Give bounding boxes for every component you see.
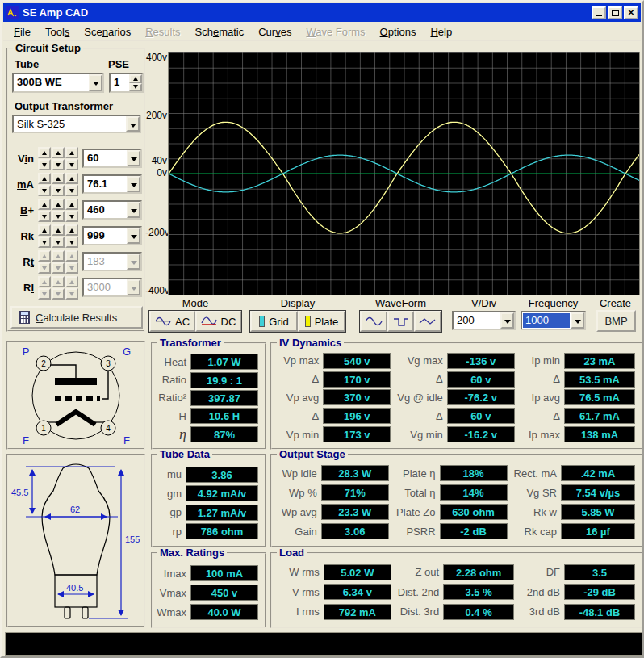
frequency-label: Frequency — [521, 297, 586, 309]
plate-display-button[interactable]: Plate — [298, 311, 345, 332]
menu-schematic[interactable]: Schematic — [188, 23, 252, 40]
tube-dropdown-button[interactable] — [89, 74, 102, 91]
create-bmp-button[interactable]: BMP — [596, 310, 636, 332]
result-label: Rk cap — [514, 526, 557, 538]
status-bar — [5, 632, 642, 656]
app-icon — [6, 6, 19, 19]
result-row: W rms5.02 W — [277, 564, 391, 580]
vin-select[interactable]: 60 — [82, 149, 142, 168]
dropdown-button[interactable] — [127, 176, 140, 192]
delta-ip-top-value: 53.5 mA — [564, 371, 635, 388]
result-label: gp — [157, 506, 182, 518]
triangle-wave-button[interactable] — [414, 311, 441, 332]
rl-select: 3000 — [82, 278, 142, 297]
ma-spinners[interactable] — [38, 173, 78, 196]
result-row: Vg min-16.2 v — [397, 426, 515, 442]
chevron-down-icon — [131, 287, 137, 294]
sine-wave-button[interactable] — [360, 311, 387, 332]
menu-curves[interactable]: Curves — [251, 23, 299, 40]
result-row: Ratio²397.87 — [157, 390, 258, 406]
transformer-dropdown-button[interactable] — [126, 116, 140, 132]
bplus-value: 460 — [84, 202, 127, 218]
pse-spinner[interactable]: 1 — [109, 73, 144, 93]
result-row: Vmax450 v — [157, 585, 258, 601]
bplus-row: B+ 460 — [10, 199, 145, 222]
rl-label: Rl — [10, 282, 34, 294]
ac-mode-button[interactable]: AC — [149, 311, 195, 332]
result-label: mu — [157, 468, 182, 480]
grid-button-label: Grid — [269, 316, 289, 328]
load-panel: Load W rms5.02 W V rms6.34 v I rms792 mA… — [270, 552, 643, 628]
create-label: Create — [593, 297, 638, 309]
dc-mode-button[interactable]: DC — [195, 311, 241, 332]
tube-dimensions-box: 45.5 62 155 40.5 — [6, 454, 145, 627]
dropdown-button[interactable] — [127, 228, 140, 244]
rk-select[interactable]: 999 — [82, 226, 142, 245]
menu-scenarios[interactable]: Scenarios — [77, 23, 138, 40]
maximize-icon — [612, 10, 619, 16]
vin-label: Vin — [10, 153, 34, 165]
result-label: PSRR — [395, 526, 436, 538]
frequency-select[interactable]: 1000 — [521, 311, 586, 330]
pse-down-button[interactable] — [129, 83, 142, 92]
pse-up-button[interactable] — [129, 74, 142, 83]
pin-number: 1 — [41, 424, 46, 433]
menu-tools[interactable]: Tools — [38, 23, 77, 40]
vdiv-dropdown-button[interactable] — [500, 312, 514, 329]
mode-button-group: AC DC — [148, 310, 242, 333]
result-label: Δ — [521, 373, 560, 385]
maximize-button[interactable] — [608, 6, 622, 19]
frequency-value: 1000 — [523, 313, 570, 328]
bplus-select[interactable]: 460 — [82, 200, 142, 220]
wp-avg-value: 23.3 W — [321, 504, 389, 520]
rt-row: Rt 183 — [10, 250, 145, 274]
y-tick-label: 200v — [145, 110, 167, 121]
tube-select[interactable]: 300B WE — [12, 73, 104, 93]
result-row: PSRR-2 dB — [395, 523, 508, 539]
menu-options[interactable]: Options — [373, 23, 424, 40]
mu-value: 3.86 — [186, 467, 258, 483]
window-controls: ✕ — [592, 6, 638, 19]
vin-spinners[interactable] — [38, 147, 78, 170]
menu-file[interactable]: File — [6, 23, 38, 40]
df-value: 3.5 — [564, 564, 635, 580]
result-row: Wp %71% — [277, 484, 389, 501]
calculate-results-button[interactable]: Calculate Results — [10, 306, 143, 329]
z-out-value: 2.28 ohm — [443, 564, 514, 580]
bplus-spinners[interactable] — [38, 199, 78, 222]
dropdown-button[interactable] — [127, 150, 140, 166]
dim-width: 62 — [70, 505, 80, 514]
result-row: Wp avg23.3 W — [277, 504, 389, 520]
menu-help[interactable]: Help — [423, 23, 459, 40]
output-transformer-select[interactable]: Silk S-325 — [12, 115, 141, 133]
frequency-dropdown-button[interactable] — [571, 312, 584, 329]
close-button[interactable]: ✕ — [624, 6, 638, 19]
minimize-button[interactable] — [592, 6, 606, 19]
ma-select[interactable]: 76.1 — [82, 174, 142, 194]
result-label: Dist. 3rd — [398, 606, 439, 618]
y-tick-label: 400v — [145, 52, 167, 63]
result-row: Wmax40.0 W — [157, 604, 258, 620]
result-row: rp786 ohm — [157, 523, 258, 539]
result-label: Wp idle — [277, 467, 317, 480]
rk-spinners[interactable] — [38, 224, 78, 248]
result-label: Plate η — [395, 467, 436, 480]
chevron-down-icon — [131, 183, 137, 191]
result-row: Ip min23 mA — [521, 353, 635, 369]
w-rms-value: 5.02 W — [324, 564, 391, 580]
display-button-group: Grid Plate — [249, 310, 346, 333]
db-3rd-value: -48.1 dB — [564, 604, 635, 620]
square-wave-button[interactable] — [387, 311, 415, 332]
result-row: Δ61.7 mA — [521, 408, 635, 424]
rk-row: Rk 999 — [10, 224, 145, 248]
dropdown-button[interactable] — [127, 202, 140, 218]
delta-ip-bottom-value: 61.7 mA — [564, 408, 635, 424]
wmax-value: 40.0 W — [190, 604, 258, 620]
dist-3rd-value: 0.4 % — [443, 604, 514, 620]
title-bar[interactable]: SE Amp CAD ✕ — [3, 3, 641, 22]
result-row: Ip avg76.5 mA — [521, 389, 635, 405]
vdiv-value: 200 — [454, 312, 500, 329]
grid-display-button[interactable]: Grid — [250, 311, 298, 332]
result-row: Wp idle28.3 W — [277, 465, 389, 481]
vdiv-select[interactable]: 200 — [452, 311, 516, 330]
